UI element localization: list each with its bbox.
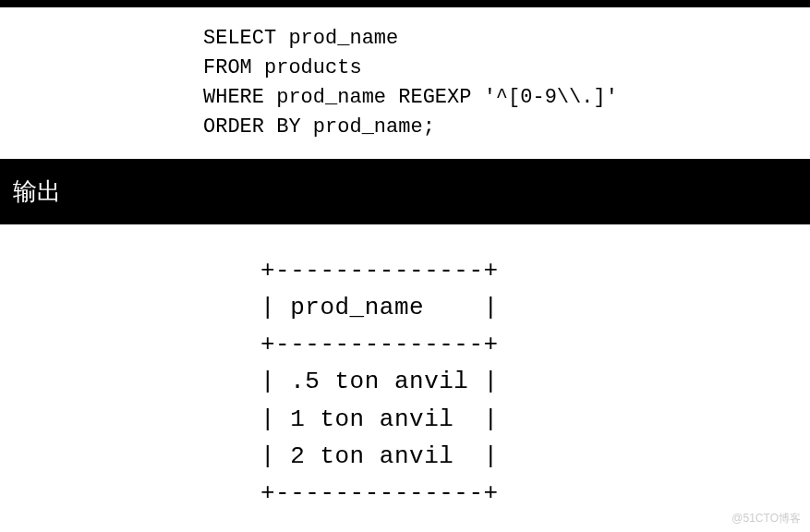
watermark: @51CTO博客: [731, 511, 801, 526]
table-row: | .5 ton anvil |: [260, 368, 499, 395]
sql-code-block: SELECT prod_name FROM products WHERE pro…: [0, 7, 810, 159]
table-border-top: +--------------+: [260, 257, 499, 284]
output-label: 输出: [13, 177, 61, 205]
sql-line-3: WHERE prod_name REGEXP '^[0-9\\.]': [203, 86, 618, 109]
top-bar: [0, 0, 810, 7]
sql-line-4: ORDER BY prod_name;: [203, 115, 435, 139]
table-row: | 2 ton anvil |: [260, 442, 499, 470]
table-border-bottom: +--------------+: [260, 479, 499, 507]
sql-line-2: FROM products: [203, 56, 362, 79]
table-row: | 1 ton anvil |: [260, 405, 499, 433]
output-section-header: 输出: [0, 159, 810, 224]
sql-line-1: SELECT prod_name: [203, 27, 398, 50]
output-table-block: +--------------+ | prod_name | +--------…: [0, 224, 810, 513]
table-header-row: | prod_name |: [260, 294, 499, 321]
table-border-mid: +--------------+: [260, 331, 499, 358]
